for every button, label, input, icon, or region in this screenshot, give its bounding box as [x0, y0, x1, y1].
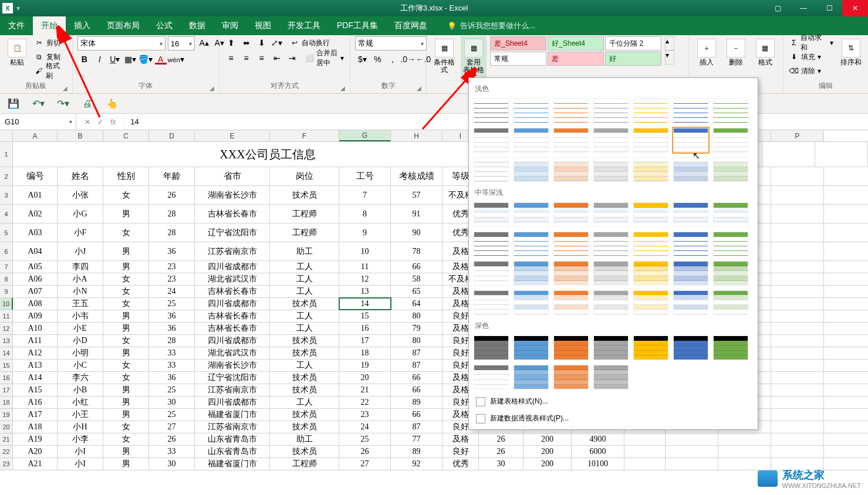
table-style-thumb[interactable]	[673, 335, 708, 360]
cell[interactable]: 26	[339, 446, 391, 457]
table-style-thumb[interactable]	[633, 99, 668, 123]
cell[interactable]	[771, 167, 824, 185]
cell[interactable]: A03	[13, 223, 58, 242]
row-header-9[interactable]: 9	[0, 286, 13, 297]
cell[interactable]: 男	[103, 384, 149, 396]
cell[interactable]: 33	[149, 360, 195, 371]
cell[interactable]: 14	[339, 298, 391, 310]
cell[interactable]	[624, 446, 666, 457]
cell[interactable]: 92	[391, 458, 443, 470]
cell[interactable]: 25	[149, 409, 195, 421]
table-style-thumb[interactable]	[514, 157, 549, 182]
col-header-G[interactable]: G	[339, 130, 391, 141]
tell-me-input[interactable]: 💡告诉我您想要做什么...	[447, 16, 535, 35]
cell[interactable]: 小F	[58, 223, 103, 242]
cell[interactable]	[771, 360, 824, 371]
cell[interactable]: 小I	[58, 446, 103, 457]
cell[interactable]	[771, 242, 824, 260]
table-style-thumb[interactable]	[474, 365, 509, 389]
table-style-thumb[interactable]	[514, 232, 549, 256]
cell[interactable]: 28	[149, 205, 195, 223]
increase-indent-button[interactable]: ⇥	[285, 52, 299, 65]
underline-button[interactable]: U▾	[108, 53, 122, 66]
cell[interactable]: 技术员	[270, 298, 339, 310]
cell[interactable]: 男	[103, 310, 149, 322]
cell[interactable]: A10	[13, 323, 58, 334]
cell[interactable]: 8	[339, 205, 391, 223]
cell[interactable]: 吉林省长春市	[195, 310, 270, 322]
cell[interactable]: 22	[339, 396, 391, 408]
table-style-thumb[interactable]	[673, 128, 708, 152]
table-style-thumb[interactable]	[593, 335, 629, 360]
cell[interactable]: 小C	[58, 360, 103, 371]
table-style-thumb[interactable]	[514, 202, 549, 227]
align-top-button[interactable]: ⬆	[224, 36, 238, 49]
table-style-thumb[interactable]	[514, 365, 549, 389]
cell[interactable]: 200	[523, 458, 572, 470]
cell-style-1[interactable]: 好_Sheet4	[548, 36, 604, 50]
cell[interactable]: 女	[103, 186, 149, 204]
cell[interactable]	[771, 273, 824, 285]
cell[interactable]: 10100	[572, 458, 624, 470]
cell[interactable]: 小明	[58, 347, 103, 359]
increase-decimal-button[interactable]: .0→	[401, 53, 415, 66]
row-header-17[interactable]: 17	[0, 384, 13, 396]
cell[interactable]: A08	[13, 298, 58, 310]
cell-style-2[interactable]: 千位分隔 2	[605, 36, 661, 50]
row-header-15[interactable]: 15	[0, 360, 13, 371]
cell[interactable]: 女	[103, 335, 149, 347]
cell[interactable]: 吉林省长春市	[195, 205, 270, 223]
table-style-thumb[interactable]	[514, 290, 549, 315]
undo-button[interactable]: ↶▾	[31, 96, 46, 111]
tab-视图[interactable]: 视图	[246, 16, 279, 35]
delete-cells-button[interactable]: －删除	[723, 36, 749, 66]
cell[interactable]: 技术员	[270, 372, 339, 384]
cell[interactable]: 工人	[270, 261, 339, 273]
styles-scroll-down[interactable]: ▾	[665, 50, 674, 65]
cell[interactable]: 20	[339, 372, 391, 384]
cell[interactable]: 23	[149, 261, 195, 273]
cell[interactable]: 16	[339, 323, 391, 334]
col-header-B[interactable]: B	[58, 130, 103, 141]
row-header-13[interactable]: 13	[0, 335, 13, 347]
cell[interactable]: 辽宁省沈阳市	[195, 223, 270, 242]
cell[interactable]: 24	[339, 421, 391, 433]
name-box[interactable]: G10▾	[0, 114, 76, 130]
table-style-thumb[interactable]	[553, 261, 589, 286]
row-header-6[interactable]: 6	[0, 242, 13, 260]
cell[interactable]: A21	[13, 458, 58, 470]
cell[interactable]: 编号	[13, 167, 58, 185]
col-header-C[interactable]: C	[103, 130, 149, 141]
table-style-thumb[interactable]	[593, 290, 629, 315]
table-style-thumb[interactable]	[514, 99, 549, 123]
cell[interactable]: A16	[13, 396, 58, 408]
cell[interactable]: 技术员	[270, 409, 339, 421]
cell[interactable]: 91	[391, 205, 443, 223]
bold-button[interactable]: B	[77, 53, 92, 66]
cell[interactable]	[771, 310, 824, 322]
cell[interactable]	[718, 433, 771, 445]
table-style-thumb[interactable]	[593, 202, 629, 227]
cell[interactable]: 男	[103, 409, 149, 421]
cell[interactable]: A05	[13, 261, 58, 273]
table-style-thumb[interactable]	[553, 290, 589, 315]
table-style-thumb[interactable]	[713, 232, 748, 256]
cell[interactable]	[771, 223, 824, 242]
cell[interactable]: 吉林省长春市	[195, 323, 270, 334]
cell[interactable]	[771, 261, 824, 273]
cell[interactable]: 小张	[58, 186, 103, 204]
cell[interactable]: 30	[479, 458, 523, 470]
cell[interactable]: 66	[391, 384, 443, 396]
cell[interactable]: 男	[103, 205, 149, 223]
paste-button[interactable]: 📋 粘贴	[5, 36, 30, 66]
cell[interactable]: 工人	[270, 286, 339, 297]
cell[interactable]: A20	[13, 446, 58, 457]
table-style-thumb[interactable]	[474, 202, 509, 227]
row-header-5[interactable]: 5	[0, 223, 13, 242]
dialog-launcher-icon[interactable]: ◢	[340, 85, 345, 91]
increase-font-button[interactable]: A▴	[197, 36, 211, 49]
save-button[interactable]: 💾	[6, 96, 21, 111]
cell[interactable]: 25	[149, 298, 195, 310]
font-size-combo[interactable]: 16▾	[168, 36, 195, 50]
wrap-text-button[interactable]: ↩自动换行	[289, 36, 331, 49]
